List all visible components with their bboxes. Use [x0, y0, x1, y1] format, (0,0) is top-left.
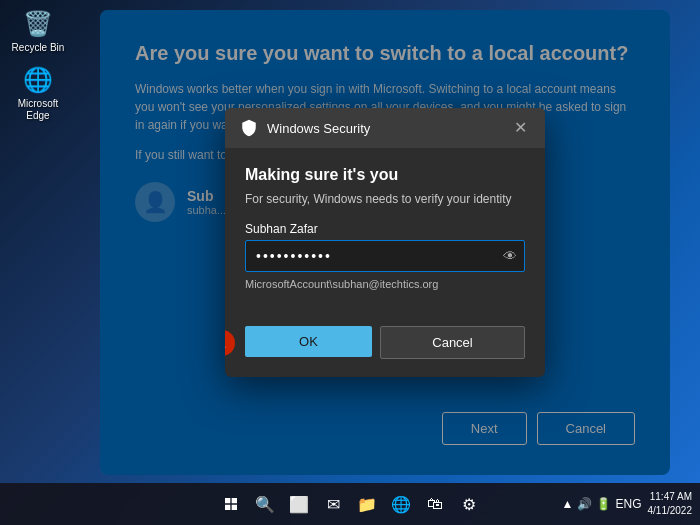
- recycle-bin-icon[interactable]: 🗑️ Recycle Bin: [8, 8, 68, 54]
- microsoft-edge-icon[interactable]: 🌐 Microsoft Edge: [8, 64, 68, 122]
- edge-label: Microsoft Edge: [8, 98, 68, 122]
- taskbar-volume-icon: 🔊: [577, 497, 592, 511]
- taskbar-windows-button[interactable]: [216, 489, 246, 519]
- taskbar-system-icons: ▲ 🔊 🔋 ENG: [562, 497, 642, 511]
- taskbar: 🔍 ⬜ ✉ 📁 🌐 🛍 ⚙ ▲ 🔊 🔋 ENG 11:47 AM 4/11/20…: [0, 483, 700, 525]
- taskbar-date: 4/11/2022: [648, 504, 693, 518]
- taskbar-language-icon: ENG: [615, 497, 641, 511]
- password-input-wrapper: 👁 ◀ 1: [245, 240, 525, 272]
- taskbar-time: 11:47 AM 4/11/2022: [648, 490, 693, 518]
- taskbar-battery-icon: 🔋: [596, 497, 611, 511]
- taskbar-store-icon[interactable]: 🛍: [420, 489, 450, 519]
- security-cancel-button[interactable]: Cancel: [380, 326, 525, 359]
- taskbar-taskview-icon[interactable]: ⬜: [284, 489, 314, 519]
- taskbar-center: 🔍 ⬜ ✉ 📁 🌐 🛍 ⚙: [216, 489, 484, 519]
- username-label: Subhan Zafar: [245, 222, 525, 236]
- security-heading: Making sure it's you: [245, 166, 525, 184]
- dialog-close-button[interactable]: ✕: [510, 120, 531, 136]
- account-text: MicrosoftAccount\subhan@itechtics.org: [245, 278, 525, 290]
- main-dialog: Are you sure you want to switch to a loc…: [100, 10, 670, 475]
- security-dialog: Windows Security ✕ Making sure it's you …: [225, 108, 545, 377]
- shield-icon: [239, 118, 259, 138]
- security-subtitle: For security, Windows needs to verify yo…: [245, 192, 525, 206]
- taskbar-right: ▲ 🔊 🔋 ENG 11:47 AM 4/11/2022: [562, 490, 692, 518]
- taskbar-clock: 11:47 AM: [648, 490, 693, 504]
- recycle-bin-label: Recycle Bin: [12, 42, 65, 54]
- security-dialog-title-text: Windows Security: [267, 121, 370, 136]
- taskbar-mail-icon[interactable]: ✉: [318, 489, 348, 519]
- taskbar-network-icon: ▲: [562, 497, 574, 511]
- annotation-circle-2: 2: [225, 330, 235, 356]
- desktop: 🗑️ Recycle Bin 🌐 Microsoft Edge Are you …: [0, 0, 700, 525]
- security-dialog-title-row: Windows Security: [239, 118, 370, 138]
- security-dialog-header: Windows Security ✕: [225, 108, 545, 148]
- taskbar-explorer-icon[interactable]: 📁: [352, 489, 382, 519]
- desktop-icons: 🗑️ Recycle Bin 🌐 Microsoft Edge: [8, 8, 68, 122]
- security-dialog-body: Making sure it's you For security, Windo…: [225, 148, 545, 326]
- security-dialog-overlay: Windows Security ✕ Making sure it's you …: [100, 10, 670, 475]
- security-dialog-footer: 2 OK Cancel: [225, 326, 545, 377]
- taskbar-edge-icon[interactable]: 🌐: [386, 489, 416, 519]
- taskbar-search-icon[interactable]: 🔍: [250, 489, 280, 519]
- password-input[interactable]: [245, 240, 525, 272]
- ok-button[interactable]: OK: [245, 326, 372, 357]
- show-password-icon[interactable]: 👁: [503, 248, 517, 264]
- taskbar-settings-icon[interactable]: ⚙: [454, 489, 484, 519]
